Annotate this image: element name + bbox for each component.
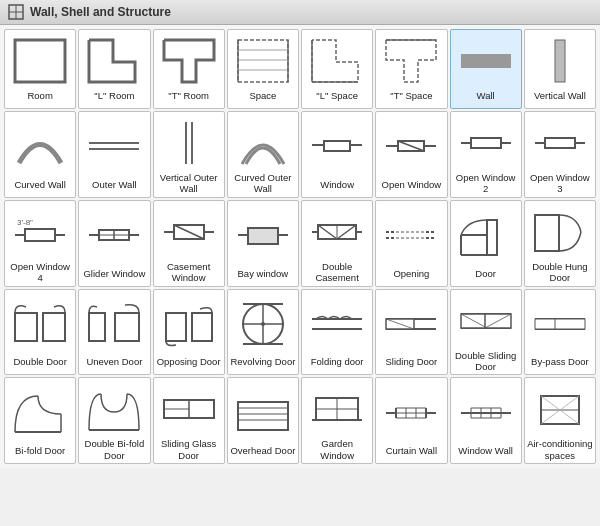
label-door: Door <box>475 266 496 284</box>
item-double-bi-fold-door[interactable]: Double Bi-fold Door <box>78 377 150 464</box>
label-glider-window: Glider Window <box>83 266 145 284</box>
label-bi-fold-door: Bi-fold Door <box>15 443 65 461</box>
item-window-wall[interactable]: Window Wall <box>450 377 522 464</box>
item-folding-door[interactable]: Folding door <box>301 289 373 376</box>
item-vertical-outer-wall[interactable]: Vertical Outer Wall <box>153 111 225 198</box>
icon-double-bi-fold-door <box>81 380 147 436</box>
item-open-window-4[interactable]: 3'-8"Open Window 4 <box>4 200 76 287</box>
item-bi-fold-door[interactable]: Bi-fold Door <box>4 377 76 464</box>
item-curtain-wall[interactable]: Curtain Wall <box>375 377 447 464</box>
label-by-pass-door: By-pass Door <box>531 354 589 372</box>
item-garden-window[interactable]: Garden Window <box>301 377 373 464</box>
svg-rect-27 <box>471 138 501 148</box>
label-overhead-door: Overhead Door <box>230 443 295 461</box>
item-outer-wall[interactable]: Outer Wall <box>78 111 150 198</box>
svg-rect-71 <box>115 313 139 341</box>
svg-rect-49 <box>248 228 278 244</box>
item-curved-outer-wall[interactable]: Curved Outer Wall <box>227 111 299 198</box>
item-bay-window[interactable]: Bay window <box>227 200 299 287</box>
item-casement-window[interactable]: Casement Window <box>153 200 225 287</box>
icon-uneven-door <box>81 292 147 355</box>
svg-rect-66 <box>487 220 497 255</box>
label-vertical-outer-wall: Vertical Outer Wall <box>156 170 222 195</box>
item-wall[interactable]: Wall <box>450 29 522 109</box>
item-room[interactable]: Room <box>4 29 76 109</box>
title-text: Wall, Shell and Structure <box>30 5 171 19</box>
icon-door <box>453 203 519 266</box>
icon-opening <box>378 203 444 266</box>
item-opening[interactable]: Opening <box>375 200 447 287</box>
svg-rect-4 <box>238 40 288 82</box>
icon-t-space <box>378 32 444 88</box>
item-double-sliding-door[interactable]: Double Sliding Door <box>450 289 522 376</box>
item-t-room[interactable]: "T" Room <box>153 29 225 109</box>
label-vertical-wall: Vertical Wall <box>534 88 586 106</box>
label-double-bi-fold-door: Double Bi-fold Door <box>81 436 147 461</box>
label-uneven-door: Uneven Door <box>86 354 142 372</box>
icon-sliding-door <box>378 292 444 355</box>
icon-t-room <box>156 32 222 88</box>
icon-open-window-2 <box>453 114 519 170</box>
item-double-casement[interactable]: Double Casement <box>301 200 373 287</box>
item-sliding-glass-door[interactable]: Sliding Glass Door <box>153 377 225 464</box>
label-curved-wall: Curved Wall <box>14 177 65 195</box>
label-outer-wall: Outer Wall <box>92 177 137 195</box>
item-vertical-wall[interactable]: Vertical Wall <box>524 29 596 109</box>
item-revolving-door[interactable]: Revolving Door <box>227 289 299 376</box>
svg-rect-3 <box>15 40 65 82</box>
icon-open-window <box>378 114 444 177</box>
item-glider-window[interactable]: Glider Window <box>78 200 150 287</box>
item-open-window-2[interactable]: Open Window 2 <box>450 111 522 198</box>
label-t-space: "T" Space <box>390 88 432 106</box>
item-air-conditioning-spaces[interactable]: Air-conditioning spaces <box>524 377 596 464</box>
svg-text:3'-8": 3'-8" <box>17 218 33 227</box>
label-l-space: "L" Space <box>316 88 358 106</box>
label-opposing-door: Opposing Door <box>157 354 221 372</box>
item-window[interactable]: Window <box>301 111 373 198</box>
item-l-room[interactable]: "L" Room <box>78 29 150 109</box>
item-sliding-door[interactable]: Sliding Door <box>375 289 447 376</box>
item-t-space[interactable]: "T" Space <box>375 29 447 109</box>
item-double-hung-door[interactable]: Double Hung Door <box>524 200 596 287</box>
svg-rect-70 <box>89 313 105 341</box>
svg-rect-104 <box>238 402 288 430</box>
icon-l-space <box>304 32 370 88</box>
icon-air-conditioning-spaces <box>527 380 593 436</box>
item-overhead-door[interactable]: Overhead Door <box>227 377 299 464</box>
item-curved-wall[interactable]: Curved Wall <box>4 111 76 198</box>
wall-icon <box>8 4 24 20</box>
icon-garden-window <box>304 380 370 436</box>
label-double-sliding-door: Double Sliding Door <box>453 348 519 373</box>
icon-curtain-wall <box>378 380 444 443</box>
icon-window <box>304 114 370 177</box>
item-open-window-3[interactable]: Open Window 3 <box>524 111 596 198</box>
icon-open-window-3 <box>527 114 593 170</box>
label-bay-window: Bay window <box>238 266 289 284</box>
icon-casement-window <box>156 203 222 259</box>
item-open-window[interactable]: Open Window <box>375 111 447 198</box>
label-space: Space <box>249 88 276 106</box>
item-l-space[interactable]: "L" Space <box>301 29 373 109</box>
svg-rect-73 <box>192 313 212 341</box>
item-by-pass-door[interactable]: By-pass Door <box>524 289 596 376</box>
label-open-window-4: Open Window 4 <box>7 259 73 284</box>
icon-open-window-4: 3'-8" <box>7 203 73 259</box>
label-l-room: "L" Room <box>94 88 134 106</box>
item-uneven-door[interactable]: Uneven Door <box>78 289 150 376</box>
icon-opposing-door <box>156 292 222 355</box>
label-double-casement: Double Casement <box>304 259 370 284</box>
svg-rect-20 <box>324 141 350 151</box>
icon-folding-door <box>304 292 370 355</box>
item-opposing-door[interactable]: Opposing Door <box>153 289 225 376</box>
item-space[interactable]: Space <box>227 29 299 109</box>
item-door[interactable]: Door <box>450 200 522 287</box>
svg-rect-14 <box>555 40 565 82</box>
label-open-window: Open Window <box>382 177 442 195</box>
label-garden-window: Garden Window <box>304 436 370 461</box>
svg-rect-67 <box>535 215 559 251</box>
label-revolving-door: Revolving Door <box>230 354 295 372</box>
item-double-door[interactable]: Double Door <box>4 289 76 376</box>
icon-vertical-outer-wall <box>156 114 222 170</box>
symbol-grid: Room"L" Room"T" Room Space "L" Space "T"… <box>0 25 600 468</box>
label-open-window-2: Open Window 2 <box>453 170 519 195</box>
